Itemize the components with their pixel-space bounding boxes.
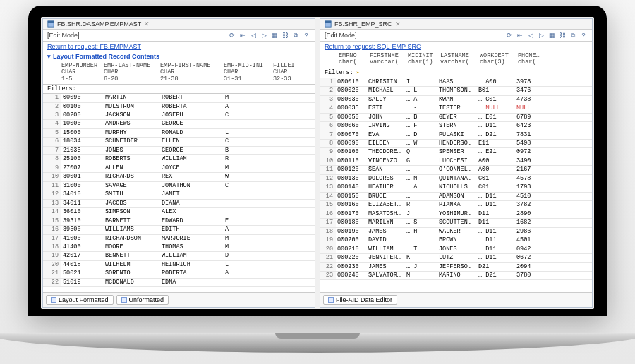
cell[interactable]: 51019 [61, 279, 104, 286]
left-tab[interactable]: FB.SHR.DASAMP.EMPMAST ✕ [43, 19, 315, 30]
cell[interactable]: M [224, 94, 273, 102]
cell[interactable]: 6789 [515, 114, 542, 121]
table-row[interactable]: 200100MULSTROMROBERTAA [43, 103, 315, 111]
cell[interactable]: 18034 [61, 138, 104, 145]
cell[interactable] [224, 279, 273, 286]
column-header[interactable]: MIDINITchar(1) [408, 53, 440, 66]
cell[interactable]: M [224, 235, 273, 243]
cell[interactable] [273, 111, 301, 119]
column-header[interactable]: LASTNAMEvarchar( [440, 53, 480, 66]
grid-icon[interactable]: ▦ [548, 31, 556, 40]
cell[interactable]: JANET [160, 190, 224, 198]
cell[interactable]: ROBERT [160, 94, 224, 102]
cell[interactable] [273, 226, 301, 233]
cell[interactable] [273, 208, 301, 216]
cell[interactable]: … D11 [477, 201, 515, 209]
cell[interactable]: SCHNEIDER [104, 138, 160, 145]
cell[interactable]: LUCCHESI… [437, 157, 477, 165]
prev-icon[interactable]: ◁ [249, 31, 258, 40]
cell[interactable]: GEORGE [160, 120, 224, 128]
right-grid[interactable]: 1000010CHRISTIN…IHAAS… A0039782000020MIC… [320, 78, 592, 292]
cell[interactable]: ELLEN [160, 138, 224, 145]
help-icon[interactable]: ? [302, 31, 310, 40]
cell[interactable]: 6423 [515, 122, 542, 130]
table-row[interactable]: 21000220JENNIFER…KLUTZ… D110672 [320, 254, 592, 262]
cell[interactable]: … D11 [477, 245, 515, 253]
cell[interactable]: … E01 [477, 114, 515, 121]
cell[interactable]: MASATOSH… [367, 210, 405, 218]
cell[interactable]: … D21 [477, 272, 515, 279]
table-row[interactable]: 410000ANDREWSGEORGE [43, 120, 315, 128]
return-link-right[interactable]: Return to request: SQL-EMP SRC [320, 42, 592, 51]
table-row[interactable]: 9000100THEODORE…QSPENSER… E210972 [320, 148, 592, 157]
cell[interactable]: 27007 [61, 164, 104, 172]
table-row[interactable]: 1841400MOORETHOMASM [43, 243, 315, 252]
cell[interactable]: 3978 [515, 78, 542, 86]
cell[interactable]: 0672 [515, 254, 542, 262]
cell[interactable]: 000035 [336, 104, 367, 112]
table-row[interactable]: 2150021SORENTOROBERTAA [43, 269, 315, 278]
cell[interactable]: JONES [437, 245, 477, 253]
cell[interactable]: RICHARDS [104, 173, 160, 181]
cell[interactable]: WILLIAMS [104, 226, 160, 233]
table-row[interactable]: 515000MURPHYRONALDL [43, 129, 315, 138]
cell[interactable]: RONALD [160, 129, 224, 137]
cell[interactable]: … E21 [477, 148, 515, 156]
table-row[interactable]: 1000010CHRISTIN…IHAAS… A003978 [320, 78, 592, 87]
cell[interactable]: … - [405, 104, 437, 112]
table-row[interactable]: 7000070EVA… DPULASKI… D217831 [320, 131, 592, 140]
cell[interactable]: D11 [477, 210, 515, 218]
column-header[interactable]: EMP-NUMBERCHAR1-5 [61, 63, 104, 83]
cell[interactable]: KWAN [437, 96, 477, 104]
cell[interactable]: M [224, 164, 273, 172]
cell[interactable] [273, 243, 301, 251]
table-row[interactable]: 721035JONESGEORGEB [43, 147, 315, 155]
table-row[interactable]: 14000150BRUCE… ADAMSON… D114510 [320, 193, 592, 201]
cell[interactable]: MARILYN [367, 219, 405, 226]
cell[interactable] [273, 182, 301, 190]
cell[interactable]: 000220 [336, 254, 367, 262]
cell[interactable]: W [224, 173, 273, 181]
cell[interactable]: JACOBS [104, 200, 160, 207]
cell[interactable]: 39500 [61, 226, 104, 233]
footer-tab[interactable]: Unformatted [116, 295, 169, 305]
cell[interactable]: 4510 [515, 193, 542, 200]
cell[interactable]: PIANKA [437, 201, 477, 209]
cell[interactable]: A00 [477, 166, 515, 174]
cell[interactable]: Q [405, 148, 437, 156]
column-header[interactable]: FILLEICHAR32-33 [273, 63, 301, 83]
cell[interactable]: JACKSON [104, 111, 160, 119]
cell[interactable]: DAVID [367, 236, 405, 244]
cell[interactable]: … D11 [477, 254, 515, 262]
cell[interactable]: MARTIN [104, 94, 160, 102]
cell[interactable]: SALLY [367, 96, 405, 104]
table-row[interactable]: 1334011JACOBSDIANA [43, 200, 315, 208]
cell[interactable]: GEYER [437, 114, 477, 121]
cell[interactable]: … A [405, 183, 437, 191]
cell[interactable]: 00090 [61, 94, 104, 102]
cell[interactable]: O'CONNEL… [437, 166, 477, 174]
table-row[interactable]: 100090MARTINROBERTM [43, 94, 315, 102]
cell[interactable]: YOSHIMUR… [437, 210, 477, 218]
table-row[interactable]: 19000200DAVID… BROWN… D114501 [320, 236, 592, 245]
cell[interactable]: … F [405, 122, 437, 130]
cell[interactable]: MCDONALD [104, 279, 160, 286]
cell[interactable]: 000020 [336, 87, 367, 95]
link-icon[interactable]: ⛓ [558, 31, 567, 40]
cell[interactable]: SORENTO [104, 269, 160, 277]
cell[interactable]: 00200 [61, 111, 104, 119]
cell[interactable]: 42017 [61, 252, 104, 260]
cell[interactable]: 000210 [336, 245, 367, 253]
cell[interactable]: 000090 [336, 140, 367, 147]
column-header[interactable]: EMP-MID-INITCHAR31-31 [224, 63, 273, 83]
table-row[interactable]: 1741000RICHARDSONMARJORIEM [43, 235, 315, 243]
cell[interactable]: A [224, 226, 273, 233]
grid-icon[interactable]: ▦ [270, 31, 279, 40]
cell[interactable]: ANDREWS [104, 120, 160, 128]
cell[interactable]: 000060 [336, 122, 367, 130]
cell[interactable]: … B [405, 114, 437, 121]
section-header[interactable]: ▾ Layout Formatted Record Contents [43, 51, 315, 61]
cell[interactable]: NICHOLLS… [437, 183, 477, 191]
cell[interactable]: 000150 [336, 193, 367, 200]
cell[interactable]: JEFFERSO… [437, 263, 477, 271]
